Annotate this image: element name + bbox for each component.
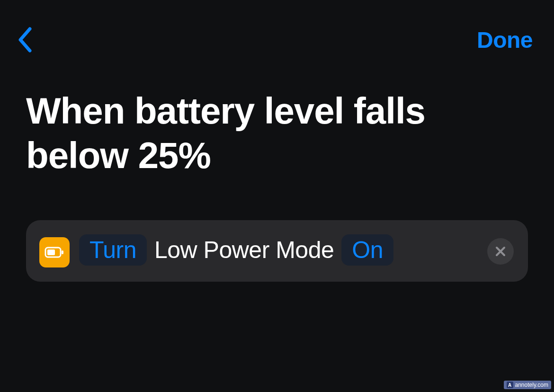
watermark: A annotely.com — [504, 381, 551, 389]
header: Done — [0, 0, 554, 63]
back-button[interactable] — [17, 26, 34, 53]
chevron-left-icon — [17, 26, 34, 53]
action-content: Turn Low Power Mode On — [79, 234, 515, 266]
svg-rect-1 — [47, 249, 55, 255]
svg-rect-2 — [62, 250, 63, 254]
verb-token[interactable]: Turn — [79, 234, 147, 266]
remove-action-button[interactable] — [487, 238, 514, 265]
close-icon — [495, 246, 506, 257]
automation-title: When battery level falls below 25% — [0, 63, 554, 196]
battery-icon — [39, 237, 70, 267]
watermark-icon: A — [507, 382, 513, 388]
done-button[interactable]: Done — [477, 27, 533, 53]
action-subject-label: Low Power Mode — [154, 236, 334, 264]
watermark-text: annotely.com — [515, 382, 548, 388]
action-card[interactable]: Turn Low Power Mode On — [26, 220, 528, 282]
state-token[interactable]: On — [341, 234, 393, 266]
